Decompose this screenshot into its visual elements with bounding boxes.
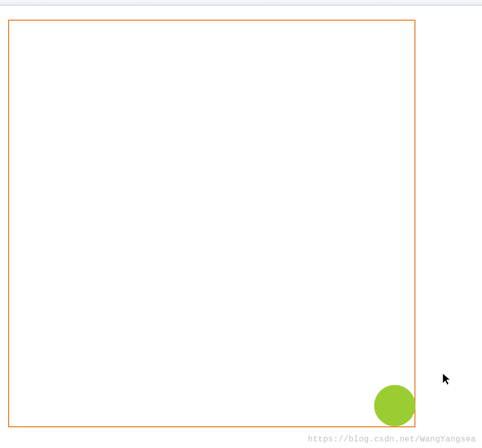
content-area [0, 6, 482, 427]
bookmark-label: 前 [322, 0, 331, 1]
bookmark-label: 综合资源 [131, 0, 167, 1]
bookmark-label: 应用 [16, 0, 34, 1]
watermark-text: https://blog.csdn.net/WangYangsea [308, 435, 476, 444]
bookmark-search-nav[interactable]: 搜索网址导航 [43, 0, 110, 1]
bookmark-partial[interactable]: 前 [310, 0, 331, 1]
bookmark-troubleshoot[interactable]: 疑难杂症 [176, 0, 225, 1]
ball-element[interactable] [374, 385, 415, 426]
canvas-container[interactable] [8, 20, 415, 427]
bookmark-apps[interactable]: 应用 [4, 0, 34, 1]
bookmark-resources[interactable]: 综合资源 [119, 0, 167, 1]
bookmark-frontend-utils[interactable]: 实用前端功能 [234, 0, 300, 1]
bookmark-bar: 应用 搜索网址导航 综合资源 疑难杂症 实用前端功能 前 [0, 0, 482, 6]
bookmark-label: 疑难杂症 [189, 0, 225, 1]
bookmark-label: 搜索网址导航 [55, 0, 110, 1]
bookmark-label: 实用前端功能 [246, 0, 300, 1]
